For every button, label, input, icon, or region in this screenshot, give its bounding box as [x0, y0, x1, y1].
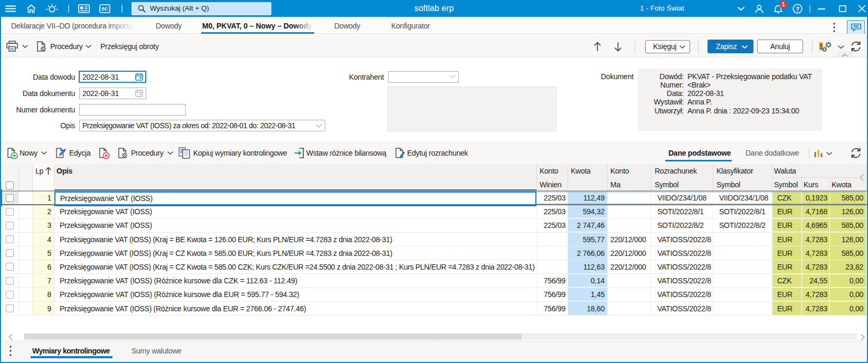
- svg-text:?: ?: [796, 6, 799, 12]
- svg-text:BC: BC: [101, 6, 108, 12]
